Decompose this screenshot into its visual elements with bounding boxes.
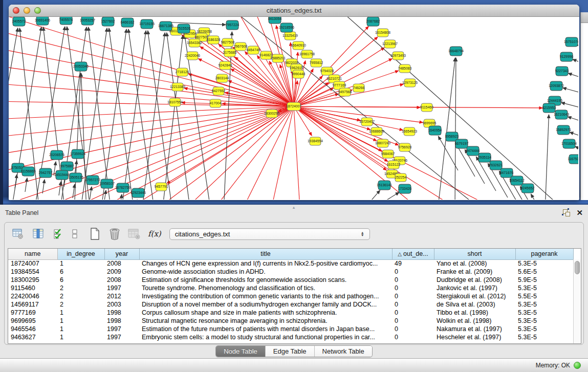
graph-edge[interactable] (104, 190, 106, 200)
graph-edge[interactable] (545, 115, 549, 200)
table-cell[interactable]: 9463627 (8, 333, 57, 341)
graph-node[interactable]: 18300295 (264, 110, 279, 118)
table-cell[interactable]: 1997 (104, 325, 139, 333)
table-cell[interactable]: Hescheler et al. (1997) (434, 333, 515, 341)
graph-edge[interactable] (568, 73, 578, 80)
graph-node[interactable]: 9975887 (60, 162, 74, 171)
table-cell[interactable]: Changes of HCN gene expression and I(f) … (139, 259, 392, 268)
table-row[interactable]: 1456911722003Disruption of a novel membe… (8, 300, 573, 309)
graph-edge[interactable] (9, 106, 294, 191)
table-cell[interactable]: 9465546 (8, 325, 57, 333)
graph-node[interactable]: 16640910 (291, 41, 306, 50)
graph-node[interactable]: 9497568 (338, 88, 352, 96)
graph-node[interactable]: 9245652 (521, 184, 535, 193)
graph-node[interactable]: 19218596 (279, 23, 294, 32)
table-row[interactable]: 969969511998Structural magnetic resonanc… (8, 317, 573, 325)
graph-node[interactable]: 9227343 (555, 67, 569, 76)
graph-node[interactable]: 1527602 (101, 17, 115, 26)
table-cell[interactable]: Stergiakouli et al. (2012) (434, 292, 515, 300)
table-row[interactable]: 2242004622012Investigating the contribut… (8, 292, 573, 300)
table-cell[interactable]: 1 (57, 325, 104, 333)
table-cell[interactable]: 5.3E-5 (515, 309, 573, 317)
graph-node[interactable]: 17016504 (561, 139, 577, 148)
graph-node[interactable]: 6679197 (455, 139, 469, 148)
graph-edge[interactable] (162, 35, 183, 200)
graph-edge[interactable] (561, 102, 578, 110)
graph-node[interactable]: 9242848 (219, 61, 232, 70)
graph-edge[interactable] (294, 27, 368, 106)
table-cell[interactable]: 5.6E-5 (515, 268, 573, 276)
graph-edge[interactable] (570, 132, 578, 139)
graph-node[interactable]: 9827508 (221, 38, 235, 47)
tab-edge-table[interactable]: Edge Table (266, 346, 315, 357)
graph-node[interactable]: 8215953 (542, 103, 556, 113)
graph-edge[interactable] (575, 146, 578, 153)
graph-node[interactable]: 19384554 (308, 137, 323, 145)
graph-edge[interactable] (80, 28, 107, 200)
graph-edge[interactable] (231, 69, 294, 106)
graph-node[interactable]: 16671385 (158, 21, 173, 31)
graph-node[interactable]: 10958107 (99, 179, 115, 188)
graph-edge[interactable] (9, 101, 294, 106)
graph-node[interactable]: 16654923 (402, 127, 417, 136)
graph-node[interactable]: 2967608 (234, 42, 248, 51)
graph-node[interactable]: 15720407 (359, 118, 375, 126)
graph-node[interactable]: 9115460 (420, 103, 433, 112)
graph-node[interactable]: 9129996 (560, 52, 574, 61)
graph-node[interactable]: 1733426 (398, 184, 412, 193)
table-cell[interactable]: Estimation of the future numbers of pati… (139, 325, 392, 333)
graph-node[interactable]: 7632621 (489, 161, 503, 170)
table-cell[interactable]: Jankovic et al. (1997) (434, 284, 515, 292)
table-cell[interactable]: 1 (57, 309, 104, 317)
minimize-window-button[interactable] (24, 7, 30, 14)
graph-edge[interactable] (188, 74, 294, 106)
delete-rows-trash-icon[interactable] (108, 227, 121, 240)
table-cell[interactable]: 1998 (104, 309, 139, 317)
column-header-pagerank[interactable]: pagerank (515, 249, 573, 259)
graph-node[interactable]: 10688609 (369, 127, 384, 136)
table-cell[interactable]: 9699695 (8, 317, 57, 325)
table-row[interactable]: 977716911998Corpus callosum shape and si… (8, 309, 573, 317)
graph-edge[interactable] (563, 87, 578, 95)
table-cell[interactable]: 2008 (104, 276, 139, 284)
graph-node[interactable]: 17957272 (85, 176, 100, 185)
table-cell[interactable]: 5.3E-5 (515, 325, 573, 333)
table-cell[interactable]: 1997 (104, 284, 139, 292)
table-cell[interactable]: 0 (392, 325, 434, 333)
table-cell[interactable]: 14569117 (8, 300, 57, 309)
graph-edge[interactable] (90, 187, 92, 200)
network-canvas-container[interactable]: 1872400713325419166409101696175879558129… (9, 17, 578, 200)
table-cell[interactable]: Franke et al. (2009) (434, 268, 515, 276)
table-cell[interactable]: Investigating the contribution of common… (139, 292, 392, 300)
graph-edge[interactable] (568, 117, 578, 124)
graph-node[interactable]: 13505135 (68, 173, 83, 182)
table-cell[interactable]: Genome-wide association studies in ADHD. (139, 268, 392, 276)
table-cell[interactable]: 18300295 (8, 276, 57, 284)
table-cell[interactable]: 0 (392, 276, 434, 284)
graph-node[interactable]: 9474444 (466, 146, 480, 156)
table-cell[interactable]: 18724007 (8, 259, 57, 268)
graph-node[interactable]: 30691406 (35, 17, 50, 25)
table-cell[interactable]: 0 (392, 317, 434, 325)
graph-node[interactable]: 22420046 (185, 52, 200, 60)
graph-edge[interactable] (370, 192, 399, 200)
graph-node[interactable]: 12213967 (382, 40, 398, 48)
graph-node[interactable]: 16648794 (448, 47, 464, 56)
table-cell[interactable]: 9777169 (8, 309, 57, 317)
graph-node[interactable]: 15751074 (564, 37, 578, 47)
graph-node[interactable]: 7515526 (177, 24, 191, 33)
table-cell[interactable]: 5.5E-5 (515, 292, 573, 300)
table-select-dropdown[interactable]: citations_edges.txt ▲▼ (169, 228, 370, 240)
graph-node[interactable]: 17359924 (70, 149, 85, 159)
graph-node[interactable]: 9457791 (155, 183, 168, 191)
graph-edge[interactable] (9, 65, 294, 106)
graph-node[interactable]: 10719155 (139, 19, 155, 29)
column-chooser-icon[interactable] (32, 228, 45, 240)
graph-node[interactable]: 12973125 (402, 79, 418, 87)
graph-node[interactable]: 16543362 (187, 39, 202, 47)
table-cell[interactable]: 22420046 (8, 292, 57, 300)
function-builder-icon[interactable]: f(x) (148, 229, 161, 238)
table-cell[interactable]: 5.3E-5 (515, 300, 573, 309)
table-cell[interactable]: 2008 (104, 259, 139, 268)
graph-node[interactable]: 417004 (210, 99, 222, 107)
